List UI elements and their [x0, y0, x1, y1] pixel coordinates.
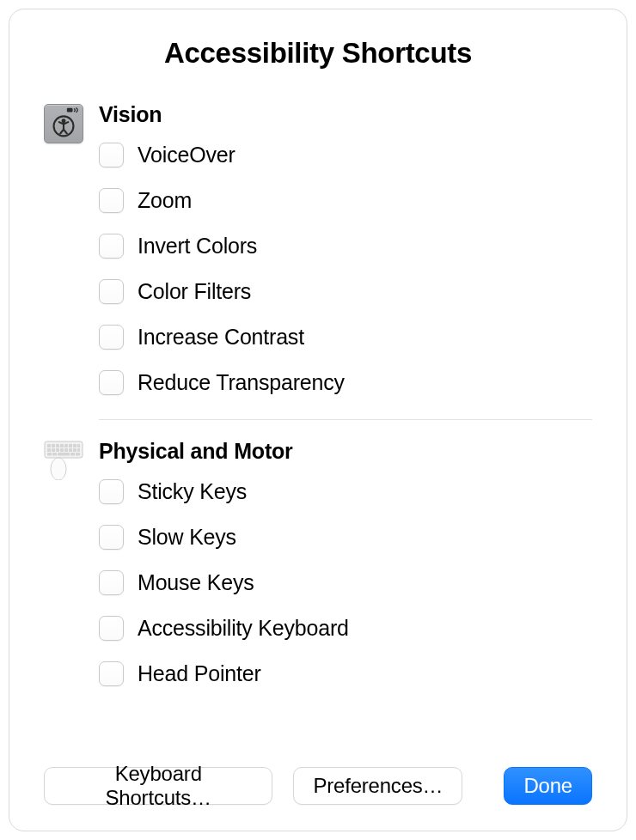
panel-title: Accessibility Shortcuts — [44, 37, 592, 70]
checkbox-voiceover[interactable] — [99, 143, 124, 167]
svg-rect-19 — [56, 448, 59, 452]
option-slow-keys: Slow Keys — [99, 525, 592, 550]
option-zoom: Zoom — [99, 188, 592, 213]
checkbox-head-pointer[interactable] — [99, 661, 124, 686]
checkbox-mouse-keys[interactable] — [99, 570, 124, 595]
label-sticky-keys: Sticky Keys — [138, 479, 247, 504]
checkbox-zoom[interactable] — [99, 188, 124, 213]
option-head-pointer: Head Pointer — [99, 661, 592, 686]
content-area: Vision VoiceOver Zoom Invert Colors Colo… — [44, 102, 592, 755]
svg-rect-18 — [52, 448, 55, 452]
done-button[interactable]: Done — [504, 767, 592, 805]
svg-rect-10 — [52, 444, 55, 447]
svg-rect-13 — [64, 444, 68, 447]
label-reduce-transparency: Reduce Transparency — [138, 370, 345, 395]
svg-rect-26 — [52, 453, 57, 456]
svg-rect-21 — [64, 448, 68, 452]
option-reduce-transparency: Reduce Transparency — [99, 370, 592, 395]
svg-rect-17 — [47, 448, 51, 452]
label-accessibility-keyboard: Accessibility Keyboard — [138, 616, 349, 641]
svg-rect-15 — [73, 444, 76, 447]
svg-rect-7 — [67, 108, 73, 113]
checkbox-reduce-transparency[interactable] — [99, 370, 124, 395]
checkbox-invert-colors[interactable] — [99, 234, 124, 259]
section-divider — [99, 419, 592, 420]
label-head-pointer: Head Pointer — [138, 661, 261, 686]
label-increase-contrast: Increase Contrast — [138, 325, 304, 350]
preferences-button[interactable]: Preferences… — [293, 767, 462, 805]
svg-rect-22 — [69, 448, 72, 452]
label-zoom: Zoom — [138, 188, 192, 213]
section-vision: Vision VoiceOver Zoom Invert Colors Colo… — [44, 102, 592, 416]
checkbox-color-filters[interactable] — [99, 279, 124, 304]
svg-rect-28 — [70, 453, 75, 456]
option-mouse-keys: Mouse Keys — [99, 570, 592, 595]
option-color-filters: Color Filters — [99, 279, 592, 304]
checkbox-sticky-keys[interactable] — [99, 479, 124, 504]
svg-rect-27 — [58, 453, 70, 456]
label-slow-keys: Slow Keys — [138, 525, 236, 550]
label-color-filters: Color Filters — [138, 279, 251, 304]
svg-rect-9 — [47, 444, 51, 447]
svg-rect-14 — [69, 444, 72, 447]
svg-rect-25 — [47, 453, 52, 456]
section-physical-motor: Physical and Motor Sticky Keys Slow Keys… — [44, 439, 592, 707]
svg-line-6 — [64, 130, 67, 134]
checkbox-increase-contrast[interactable] — [99, 325, 124, 350]
option-voiceover: VoiceOver — [99, 143, 592, 167]
svg-point-31 — [52, 459, 65, 479]
accessibility-shortcuts-panel: Accessibility Shortcuts — [9, 9, 627, 831]
section-vision-title: Vision — [99, 102, 592, 127]
svg-rect-11 — [56, 444, 59, 447]
svg-rect-20 — [60, 448, 64, 452]
section-physical-motor-body: Physical and Motor Sticky Keys Slow Keys… — [99, 439, 592, 707]
svg-rect-24 — [77, 448, 80, 452]
svg-rect-29 — [76, 453, 80, 456]
checkbox-slow-keys[interactable] — [99, 525, 124, 550]
label-invert-colors: Invert Colors — [138, 234, 257, 259]
option-increase-contrast: Increase Contrast — [99, 325, 592, 350]
option-accessibility-keyboard: Accessibility Keyboard — [99, 616, 592, 641]
checkbox-accessibility-keyboard[interactable] — [99, 616, 124, 641]
section-physical-motor-title: Physical and Motor — [99, 439, 592, 464]
label-voiceover: VoiceOver — [138, 143, 235, 167]
footer-buttons: Keyboard Shortcuts… Preferences… Done — [44, 767, 592, 805]
option-sticky-keys: Sticky Keys — [99, 479, 592, 504]
svg-rect-12 — [60, 444, 64, 447]
label-mouse-keys: Mouse Keys — [138, 570, 254, 595]
svg-rect-23 — [73, 448, 76, 452]
section-vision-body: Vision VoiceOver Zoom Invert Colors Colo… — [99, 102, 592, 416]
svg-rect-16 — [77, 444, 80, 447]
option-invert-colors: Invert Colors — [99, 234, 592, 259]
accessibility-icon — [44, 104, 83, 143]
keyboard-mouse-icon — [44, 441, 83, 480]
keyboard-shortcuts-button[interactable]: Keyboard Shortcuts… — [44, 767, 272, 805]
